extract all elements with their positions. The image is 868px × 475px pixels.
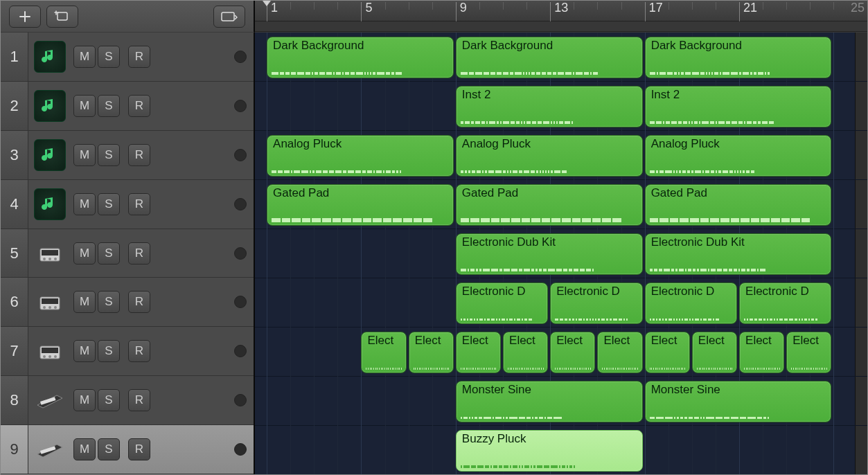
track-icon[interactable] (34, 188, 66, 220)
track-header[interactable]: 9MSR (1, 425, 254, 474)
mute-button[interactable]: M (73, 95, 96, 117)
region[interactable]: Analog Pluck (645, 135, 832, 177)
svg-rect-3 (42, 250, 58, 256)
svg-rect-0 (57, 12, 67, 20)
track-icon[interactable] (34, 286, 66, 318)
ruler-label: 17 (649, 1, 663, 15)
mute-button[interactable]: M (73, 340, 96, 362)
region[interactable]: Electronic D (739, 283, 831, 324)
solo-button[interactable]: S (98, 144, 120, 166)
region[interactable]: Gated Pad (645, 184, 832, 226)
grid-line (361, 33, 362, 474)
region[interactable]: Electronic Dub Kit (456, 233, 643, 275)
region[interactable]: Electronic D (550, 283, 642, 324)
region[interactable]: Gated Pad (456, 184, 643, 226)
region[interactable]: Dark Background (267, 37, 454, 78)
record-indicator (234, 198, 247, 210)
region[interactable]: Dark Background (645, 37, 832, 78)
region[interactable]: Electronic D (645, 283, 737, 324)
record-enable-button[interactable]: R (128, 438, 150, 460)
track-header[interactable]: 6MSR (1, 278, 254, 327)
region[interactable]: Dark Background (456, 37, 643, 78)
record-indicator (234, 100, 247, 112)
record-enable-button[interactable]: R (128, 193, 150, 215)
region[interactable]: Elect (739, 332, 784, 373)
svg-point-14 (43, 355, 46, 358)
region[interactable]: Elect (409, 332, 454, 373)
region[interactable]: Electronic Dub Kit (645, 233, 832, 275)
timeline-ruler[interactable]: 15913172125 (255, 1, 867, 21)
mute-button[interactable]: M (73, 193, 96, 215)
region[interactable]: Analog Pluck (267, 135, 454, 177)
track-icon[interactable] (34, 238, 66, 269)
region[interactable]: Elect (550, 332, 595, 373)
add-button[interactable] (9, 6, 41, 28)
svg-point-5 (48, 258, 51, 260)
solo-button[interactable]: S (98, 193, 120, 215)
ruler-tick (456, 2, 457, 22)
region[interactable]: Elect (456, 332, 501, 373)
region[interactable]: Analog Pluck (456, 135, 643, 177)
region[interactable]: Monster Sine (645, 381, 832, 422)
solo-button[interactable]: S (98, 46, 120, 68)
track-icon[interactable] (34, 41, 66, 73)
region[interactable]: Inst 2 (456, 86, 643, 127)
app-window: 15913172125 1MSR2MSR3MSR4MSR5MSR6MSR7MSR… (0, 0, 868, 475)
region[interactable]: Electronic D (456, 283, 548, 324)
svg-rect-13 (42, 348, 58, 353)
record-enable-button[interactable]: R (128, 46, 150, 68)
region[interactable]: Elect (597, 332, 642, 373)
region[interactable]: Elect (645, 332, 690, 373)
solo-button[interactable]: S (98, 340, 120, 362)
mute-button[interactable]: M (73, 291, 96, 313)
record-enable-button[interactable]: R (128, 95, 150, 117)
region[interactable]: Gated Pad (267, 184, 454, 226)
track-dropdown-button[interactable] (213, 6, 245, 28)
mute-button[interactable]: M (73, 242, 96, 265)
region[interactable]: Elect (786, 332, 831, 373)
track-number: 3 (1, 131, 28, 179)
mute-button[interactable]: M (73, 389, 96, 411)
track-icon[interactable] (34, 335, 66, 367)
track-icon[interactable] (34, 139, 66, 171)
region[interactable]: Monster Sine (456, 381, 643, 422)
region-label: Analog Pluck (651, 137, 827, 151)
mute-button[interactable]: M (73, 46, 96, 68)
region[interactable]: Elect (503, 332, 548, 373)
track-number: 5 (1, 229, 28, 278)
region[interactable]: Buzzy Pluck (456, 430, 643, 472)
mute-button[interactable]: M (73, 438, 96, 460)
track-icon[interactable] (34, 90, 66, 122)
region[interactable]: Elect (361, 332, 406, 373)
track-icon[interactable] (34, 384, 66, 416)
solo-button[interactable]: S (98, 438, 120, 460)
solo-button[interactable]: S (98, 95, 120, 117)
mute-button[interactable]: M (73, 144, 96, 166)
record-enable-button[interactable]: R (128, 340, 150, 362)
timeline-ruler-lower[interactable] (255, 21, 867, 32)
track-icon[interactable] (34, 433, 66, 465)
arrangement-canvas[interactable]: Dark BackgroundDark BackgroundDark Backg… (255, 33, 867, 474)
record-enable-button[interactable]: R (128, 242, 150, 265)
ruler-label: 1 (271, 1, 278, 15)
record-enable-button[interactable]: R (128, 291, 150, 313)
solo-button[interactable]: S (98, 389, 120, 411)
record-enable-button[interactable]: R (128, 144, 150, 166)
region[interactable]: Elect (692, 332, 737, 373)
solo-button[interactable]: S (98, 242, 120, 265)
grid-line (385, 33, 386, 474)
record-enable-button[interactable]: R (128, 389, 150, 411)
region-label: Elect (556, 334, 590, 348)
track-header[interactable]: 5MSR (1, 229, 254, 278)
ruler-tick (739, 2, 740, 22)
track-header[interactable]: 4MSR (1, 180, 254, 229)
track-header[interactable]: 8MSR (1, 376, 254, 425)
track-header[interactable]: 3MSR (1, 131, 254, 180)
track-header[interactable]: 1MSR (1, 33, 254, 82)
track-header[interactable]: 2MSR (1, 82, 254, 131)
region[interactable]: Inst 2 (645, 86, 832, 127)
track-header[interactable]: 7MSR (1, 327, 254, 376)
region-label: Elect (415, 334, 449, 348)
add-track-window-button[interactable] (46, 6, 78, 28)
solo-button[interactable]: S (98, 291, 120, 313)
